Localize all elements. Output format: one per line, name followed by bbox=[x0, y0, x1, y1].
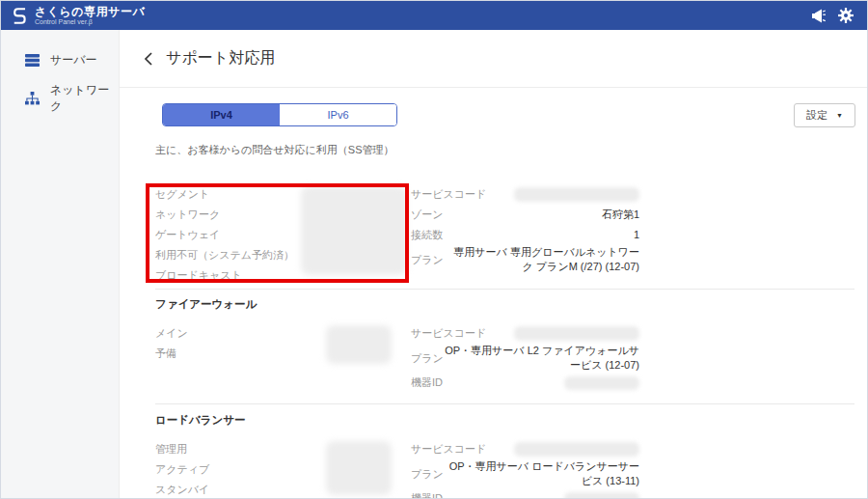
toolbar: IPv4IPv6 設定 ▼ bbox=[162, 103, 855, 127]
network-icon bbox=[25, 92, 40, 105]
field-label: サービスコード bbox=[411, 326, 486, 341]
redacted-value bbox=[326, 325, 392, 364]
field-label: サービスコード bbox=[411, 442, 486, 457]
field-value: 石狩第1 bbox=[444, 208, 639, 222]
field-label: サービスコード bbox=[411, 187, 486, 202]
page-title: サポート対応用 bbox=[166, 48, 275, 69]
field-label: ネットワーク bbox=[155, 208, 220, 222]
field-row: 機器ID bbox=[411, 373, 639, 393]
field-value: 1 bbox=[443, 228, 639, 242]
sidebar-item-server[interactable]: サーバー bbox=[1, 45, 119, 75]
field-label: ゲートウェイ bbox=[155, 228, 220, 242]
sidebar: サーバー ネットワーク bbox=[1, 30, 120, 498]
field-column-right: サービスコードプランOP・専用サーバ L2 ファイアウォールサービス (12-0… bbox=[411, 323, 639, 393]
field-column-right: サービスコードプランOP・専用サーバ ロードバランサーサービス (13-11)機… bbox=[411, 439, 639, 498]
section-divider bbox=[155, 289, 854, 290]
header: さくらの専用サーバ Control Panel ver.β bbox=[1, 1, 867, 30]
redacted-value bbox=[564, 492, 639, 498]
field-value bbox=[443, 375, 639, 390]
settings-button[interactable]: 設定 ▼ bbox=[794, 103, 855, 127]
section-body: メイン予備サービスコードプランOP・専用サーバ L2 ファイアウォールサービス … bbox=[155, 323, 647, 393]
redacted-value bbox=[514, 326, 639, 341]
sidebar-item-label: サーバー bbox=[50, 52, 97, 69]
redacted-value bbox=[326, 441, 392, 495]
logo[interactable]: さくらの専用サーバ Control Panel ver.β bbox=[11, 6, 145, 26]
page-header: サポート対応用 bbox=[120, 30, 867, 88]
sidebar-item-label: ネットワーク bbox=[50, 82, 119, 115]
field-label: プラン bbox=[411, 253, 444, 267]
field-value: OP・専用サーバ L2 ファイアウォールサービス (12-07) bbox=[444, 344, 639, 373]
redacted-value bbox=[514, 187, 639, 202]
field-row: プランOP・専用サーバ L2 ファイアウォールサービス (12-07) bbox=[411, 344, 639, 373]
field-label: 予備 bbox=[155, 347, 176, 361]
redacted-value bbox=[564, 376, 639, 390]
field-label: ゾーン bbox=[411, 208, 444, 222]
section-global-network: セグメントネットワークゲートウェイ利用不可（システム予約済）ブロードキャストサー… bbox=[155, 184, 647, 286]
section-body: セグメントネットワークゲートウェイ利用不可（システム予約済）ブロードキャストサー… bbox=[155, 184, 647, 286]
app-subtitle: Control Panel ver.β bbox=[35, 18, 145, 26]
server-icon bbox=[25, 54, 40, 67]
field-column-left: メイン予備 bbox=[155, 323, 409, 393]
settings-button-label: 設定 bbox=[806, 108, 827, 123]
main-content: サポート対応用 IPv4IPv6 設定 ▼ 主に、お客様からの問合せ対応に利用（… bbox=[120, 30, 867, 498]
field-column-left: セグメントネットワークゲートウェイ利用不可（システム予約済）ブロードキャスト bbox=[155, 184, 409, 286]
field-label: 接続数 bbox=[411, 228, 443, 242]
field-label: セグメント bbox=[155, 187, 209, 202]
field-column-left: 管理用アクティブスタンバイ bbox=[155, 439, 409, 498]
section-firewall: ファイアーウォールメイン予備サービスコードプランOP・専用サーバ L2 ファイア… bbox=[155, 297, 647, 393]
redacted-value bbox=[514, 442, 639, 457]
field-label: プラン bbox=[411, 467, 444, 482]
section-divider bbox=[155, 403, 854, 404]
field-column-right: サービスコードゾーン石狩第1接続数1プラン専用サーバ 専用グローバルネットワーク… bbox=[411, 184, 639, 286]
page-description: 主に、お客様からの問合せ対応に利用（SS管理） bbox=[155, 143, 393, 157]
redacted-value bbox=[301, 186, 407, 275]
tab-group: IPv4IPv6 bbox=[162, 103, 397, 126]
field-value: OP・専用サーバ ロードバランサーサービス (13-11) bbox=[444, 459, 639, 488]
section-heading: ロードバランサー bbox=[155, 413, 647, 427]
section-heading: ファイアーウォール bbox=[155, 297, 647, 311]
field-value bbox=[486, 442, 639, 457]
app-title: さくらの専用サーバ bbox=[35, 6, 145, 18]
field-label: 機器ID bbox=[411, 375, 443, 390]
sakura-logo-icon bbox=[11, 6, 29, 26]
field-row: 機器ID bbox=[411, 488, 639, 498]
field-label: アクティブ bbox=[155, 462, 209, 477]
field-label: スタンバイ bbox=[155, 483, 209, 497]
logo-text: さくらの専用サーバ Control Panel ver.β bbox=[35, 6, 145, 26]
field-row: サービスコード bbox=[411, 439, 639, 459]
field-value bbox=[486, 187, 639, 203]
tab-ipv6[interactable]: IPv6 bbox=[280, 104, 396, 125]
back-chevron-icon[interactable] bbox=[144, 51, 153, 67]
field-row: プラン専用サーバ 専用グローバルネットワーク プランM (/27) (12-07… bbox=[411, 245, 639, 274]
field-row: ゾーン石狩第1 bbox=[411, 205, 639, 225]
section-body: 管理用アクティブスタンバイサービスコードプランOP・専用サーバ ロードバランサー… bbox=[155, 439, 647, 498]
field-label: メイン bbox=[155, 326, 188, 341]
field-value bbox=[486, 326, 639, 342]
section-load-balancer: ロードバランサー管理用アクティブスタンバイサービスコードプランOP・専用サーバ … bbox=[155, 413, 647, 498]
tab-ipv4[interactable]: IPv4 bbox=[163, 104, 280, 125]
field-row: サービスコード bbox=[411, 323, 639, 344]
field-label: ブロードキャスト bbox=[155, 268, 242, 283]
caret-down-icon: ▼ bbox=[836, 112, 843, 119]
sidebar-item-network[interactable]: ネットワーク bbox=[1, 75, 119, 122]
header-icons bbox=[810, 8, 857, 23]
field-label: プラン bbox=[411, 351, 444, 366]
field-row: プランOP・専用サーバ ロードバランサーサービス (13-11) bbox=[411, 459, 639, 488]
field-value bbox=[443, 491, 639, 498]
field-label: 機器ID bbox=[411, 491, 443, 498]
field-row: 接続数1 bbox=[411, 225, 639, 245]
field-label: 利用不可（システム予約済） bbox=[155, 248, 294, 263]
field-value: 専用サーバ 専用グローバルネットワーク プランM (/27) (12-07) bbox=[444, 245, 639, 274]
field-row: サービスコード bbox=[411, 184, 639, 205]
announcement-megaphone-icon[interactable] bbox=[810, 9, 827, 23]
field-label: 管理用 bbox=[155, 442, 187, 457]
app-window: さくらの専用サーバ Control Panel ver.β bbox=[0, 0, 868, 499]
settings-gear-icon[interactable] bbox=[838, 8, 854, 23]
